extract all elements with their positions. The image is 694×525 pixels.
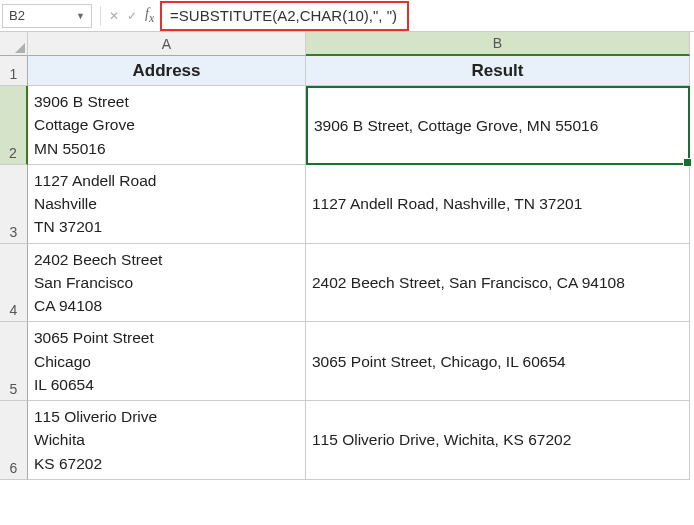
row-head-6[interactable]: 6 xyxy=(0,401,28,480)
row-head-4[interactable]: 4 xyxy=(0,244,28,323)
cell-a6[interactable]: 115 Oliverio Drive Wichita KS 67202 xyxy=(28,401,306,480)
cell-b3[interactable]: 1127 Andell Road, Nashville, TN 37201 xyxy=(306,165,690,244)
cell-a3[interactable]: 1127 Andell Road Nashville TN 37201 xyxy=(28,165,306,244)
cell-b1[interactable]: Result xyxy=(306,56,690,86)
name-box-value: B2 xyxy=(9,8,76,23)
cell-a4[interactable]: 2402 Beech Street San Francisco CA 94108 xyxy=(28,244,306,323)
cancel-icon[interactable]: ✕ xyxy=(105,9,123,23)
confirm-icon[interactable]: ✓ xyxy=(123,9,141,23)
select-all-corner[interactable] xyxy=(0,32,28,56)
name-box[interactable]: B2 ▼ xyxy=(2,4,92,28)
row-head-1[interactable]: 1 xyxy=(0,56,28,86)
cell-b2[interactable]: 3906 B Street, Cottage Grove, MN 55016 xyxy=(306,86,690,165)
cell-b4[interactable]: 2402 Beech Street, San Francisco, CA 941… xyxy=(306,244,690,323)
formula-bar: B2 ▼ ✕ ✓ fx =SUBSTITUTE(A2,CHAR(10),", "… xyxy=(0,0,694,32)
cell-b5[interactable]: 3065 Point Street, Chicago, IL 60654 xyxy=(306,322,690,401)
row-head-3[interactable]: 3 xyxy=(0,165,28,244)
separator xyxy=(100,6,101,26)
cell-b6[interactable]: 115 Oliverio Drive, Wichita, KS 67202 xyxy=(306,401,690,480)
cell-a1[interactable]: Address xyxy=(28,56,306,86)
spreadsheet-grid: A B 1 Address Result 2 3906 B Street Cot… xyxy=(0,32,694,480)
dropdown-icon[interactable]: ▼ xyxy=(76,11,85,21)
col-head-b[interactable]: B xyxy=(306,32,690,56)
row-head-5[interactable]: 5 xyxy=(0,322,28,401)
cell-a5[interactable]: 3065 Point Street Chicago IL 60654 xyxy=(28,322,306,401)
cell-a2[interactable]: 3906 B Street Cottage Grove MN 55016 xyxy=(28,86,306,165)
fx-icon[interactable]: fx xyxy=(145,6,154,25)
col-head-a[interactable]: A xyxy=(28,32,306,56)
row-head-2[interactable]: 2 xyxy=(0,86,28,165)
formula-text: =SUBSTITUTE(A2,CHAR(10),", ") xyxy=(170,7,397,24)
formula-input[interactable]: =SUBSTITUTE(A2,CHAR(10),", ") xyxy=(160,1,409,31)
